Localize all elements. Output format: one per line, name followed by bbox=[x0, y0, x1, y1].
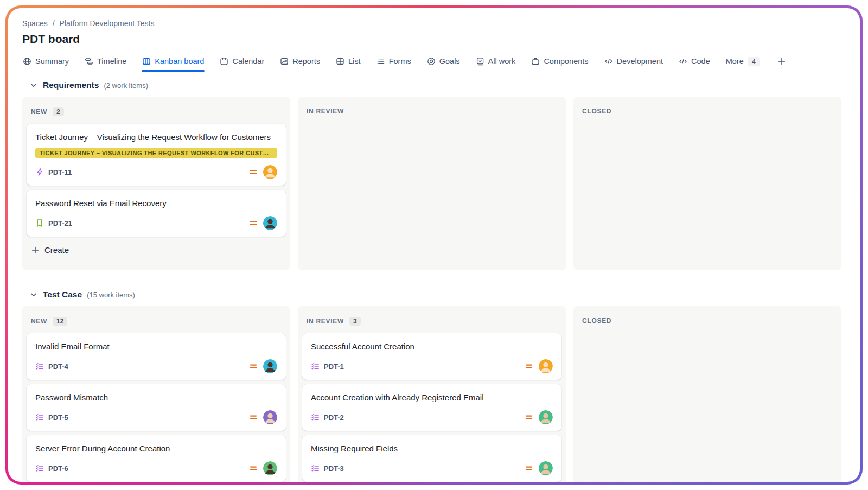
tab-more[interactable]: More 4 bbox=[725, 52, 761, 71]
tab-components[interactable]: Components bbox=[531, 52, 589, 71]
avatar[interactable] bbox=[539, 461, 553, 475]
columns-row: NEW 12 Invalid Email Format PDT-4 Passwo… bbox=[22, 306, 846, 482]
card-key: PDT-2 bbox=[324, 413, 344, 422]
priority-medium-icon bbox=[249, 464, 258, 473]
kanban-column-in-review: IN REVIEW bbox=[298, 97, 566, 270]
priority-medium-icon bbox=[249, 168, 258, 176]
tab-label: Calendar bbox=[232, 57, 264, 66]
chevron-down-icon bbox=[29, 81, 38, 90]
avatar[interactable] bbox=[263, 359, 277, 373]
page-title: PDT board bbox=[22, 33, 846, 46]
tab-label: Forms bbox=[389, 57, 411, 66]
work-item-card-pdt-2[interactable]: Account Creation with Already Registered… bbox=[302, 384, 561, 431]
tab-development[interactable]: Development bbox=[604, 52, 663, 71]
tab-calendar[interactable]: Calendar bbox=[219, 52, 265, 71]
tab-label: More bbox=[726, 57, 744, 66]
board-icon bbox=[142, 57, 151, 66]
bookmark-icon bbox=[35, 219, 44, 227]
card-key: PDT-1 bbox=[324, 362, 344, 371]
card-key: PDT-5 bbox=[48, 413, 68, 422]
priority-medium-icon bbox=[525, 413, 533, 422]
app-window: Spaces / Platform Development Tests PDT … bbox=[8, 8, 860, 482]
section-header[interactable]: Test Case (15 work items) bbox=[22, 285, 846, 306]
checklist-icon bbox=[311, 464, 320, 473]
card-key: PDT-11 bbox=[48, 168, 72, 176]
create-work-item-button[interactable]: Create bbox=[22, 238, 290, 262]
section-work-item-count: (15 work items) bbox=[87, 291, 135, 299]
avatar[interactable] bbox=[263, 410, 277, 424]
column-name: IN REVIEW bbox=[307, 107, 344, 115]
column-name: CLOSED bbox=[582, 107, 611, 115]
board-section-requirements: Requirements (2 work items) NEW 2 Ticket… bbox=[22, 76, 846, 270]
tab-label: Development bbox=[617, 57, 663, 66]
checklist-icon bbox=[311, 362, 320, 371]
tab-forms[interactable]: Forms bbox=[376, 52, 412, 71]
breadcrumb-spaces[interactable]: Spaces bbox=[22, 19, 48, 28]
breadcrumb-project[interactable]: Platform Development Tests bbox=[60, 19, 155, 28]
card-key: PDT-4 bbox=[48, 362, 68, 371]
column-count-badge: 2 bbox=[53, 107, 64, 116]
column-name: NEW bbox=[31, 108, 47, 116]
list-icon bbox=[336, 57, 344, 66]
card-list: Invalid Email Format PDT-4 Password Mism… bbox=[22, 333, 290, 482]
priority-medium-icon bbox=[249, 413, 258, 422]
columns-row: NEW 2 Ticket Journey – Visualizing the R… bbox=[22, 97, 846, 270]
tab-summary[interactable]: Summary bbox=[22, 52, 69, 71]
tab-label: Components bbox=[544, 57, 588, 66]
card-title: Ticket Journey – Visualizing the Request… bbox=[35, 131, 277, 143]
section-title: Test Case bbox=[43, 290, 82, 300]
create-label: Create bbox=[44, 245, 69, 254]
work-item-card-pdt-1[interactable]: Successful Account Creation PDT-1 bbox=[302, 333, 561, 380]
all-work-icon bbox=[476, 57, 484, 66]
avatar[interactable] bbox=[539, 359, 553, 373]
tab-kanban-board[interactable]: Kanban board bbox=[142, 52, 205, 71]
card-title: Account Creation with Already Registered… bbox=[311, 392, 553, 403]
tab-list[interactable]: List bbox=[335, 52, 361, 71]
tab-bar: Summary Timeline Kanban board Calendar R… bbox=[22, 51, 846, 72]
kanban-board: Requirements (2 work items) NEW 2 Ticket… bbox=[22, 76, 846, 482]
work-item-card-pdt-21[interactable]: Password Reset via Email Recovery PDT-21 bbox=[27, 190, 286, 237]
column-name: CLOSED bbox=[582, 317, 611, 324]
board-section-test-case: Test Case (15 work items) NEW 12 Invalid… bbox=[22, 285, 846, 482]
components-icon bbox=[531, 57, 540, 66]
avatar[interactable] bbox=[263, 216, 277, 230]
column-header: CLOSED bbox=[573, 306, 841, 332]
tab-timeline[interactable]: Timeline bbox=[84, 52, 127, 71]
timeline-icon bbox=[85, 57, 93, 66]
work-item-card-pdt-6[interactable]: Server Error During Account Creation PDT… bbox=[27, 435, 286, 482]
column-name: IN REVIEW bbox=[307, 317, 344, 325]
section-header[interactable]: Requirements (2 work items) bbox=[22, 76, 846, 97]
priority-medium-icon bbox=[249, 362, 258, 371]
tab-code[interactable]: Code bbox=[678, 52, 711, 71]
priority-medium-icon bbox=[525, 464, 533, 473]
tab-reports[interactable]: Reports bbox=[279, 52, 321, 71]
kanban-column-closed: CLOSED bbox=[573, 97, 841, 270]
card-footer: PDT-2 bbox=[311, 410, 553, 424]
tab-label: Reports bbox=[292, 57, 320, 66]
work-item-card-pdt-5[interactable]: Password Mismatch PDT-5 bbox=[27, 384, 286, 431]
avatar[interactable] bbox=[263, 461, 277, 475]
breadcrumb: Spaces / Platform Development Tests bbox=[22, 19, 846, 28]
avatar[interactable] bbox=[539, 410, 553, 424]
avatar[interactable] bbox=[263, 165, 277, 179]
work-item-card-pdt-4[interactable]: Invalid Email Format PDT-4 bbox=[27, 333, 286, 380]
tab-badge: 4 bbox=[748, 57, 760, 66]
tab-all-work[interactable]: All work bbox=[475, 52, 516, 71]
column-name: NEW bbox=[31, 317, 47, 325]
column-count-badge: 3 bbox=[349, 317, 361, 326]
card-footer: PDT-11 bbox=[35, 165, 277, 179]
add-view-button[interactable] bbox=[775, 52, 788, 71]
goals-icon bbox=[427, 57, 436, 66]
column-header: NEW 12 bbox=[22, 306, 290, 333]
bolt-icon bbox=[35, 168, 44, 176]
card-footer: PDT-1 bbox=[311, 359, 553, 373]
work-item-card-pdt-3[interactable]: Missing Required Fields PDT-3 bbox=[302, 435, 561, 482]
card-title: Password Mismatch bbox=[35, 392, 277, 403]
tab-label: Summary bbox=[35, 57, 69, 66]
tab-goals[interactable]: Goals bbox=[426, 52, 461, 71]
checklist-icon bbox=[35, 413, 44, 422]
work-item-card-pdt-11[interactable]: Ticket Journey – Visualizing the Request… bbox=[27, 124, 286, 186]
card-footer: PDT-4 bbox=[35, 359, 277, 373]
card-footer: PDT-5 bbox=[35, 410, 277, 424]
globe-icon bbox=[23, 57, 31, 66]
